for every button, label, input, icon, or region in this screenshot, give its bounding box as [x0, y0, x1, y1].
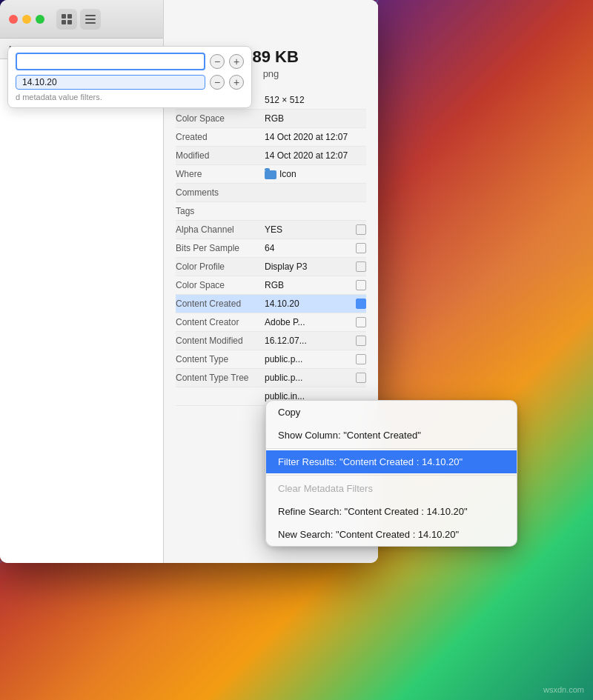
metadata-value: Adobe P... — [265, 317, 356, 327]
context-menu-item: Clear Metadata Filters — [266, 477, 517, 500]
metadata-row: Content Modified16.12.07... — [176, 332, 366, 350]
metadata-label: Modified — [176, 150, 265, 161]
metadata-checkbox[interactable] — [356, 354, 366, 364]
metadata-value: 64 — [265, 243, 356, 253]
metadata-label: Content Type — [176, 354, 265, 364]
metadata-value: RGB — [265, 280, 356, 290]
metadata-label: Content Created — [176, 299, 265, 309]
context-menu-item[interactable]: Refine Search: "Content Created : 14.10.… — [266, 500, 517, 523]
metadata-value: Display P3 — [265, 261, 356, 272]
context-menu-item[interactable]: Show Column: "Content Created" — [266, 424, 517, 447]
metadata-label: Comments — [176, 187, 265, 198]
filter-hint: d metadata value filters. — [16, 93, 244, 101]
filter-plus-button[interactable]: + — [229, 54, 244, 69]
metadata-label: Content Type Tree — [176, 373, 265, 383]
metadata-label: Color Space — [176, 113, 265, 124]
metadata-value: RGB — [265, 113, 366, 124]
grid-icon — [61, 13, 73, 25]
metadata-list: Dimensions512 × 512Color SpaceRGBCreated… — [176, 91, 366, 406]
folder-icon — [265, 170, 276, 179]
metadata-value: 14 Oct 2020 at 12:07 — [265, 132, 366, 142]
metadata-row: Content Type Treepublic.p... — [176, 369, 366, 387]
filter-tag[interactable]: 14.10.20 — [16, 75, 205, 90]
filter-input[interactable] — [16, 53, 205, 70]
filter-minus-button[interactable]: − — [210, 54, 225, 69]
svg-rect-5 — [85, 15, 96, 16]
filter-tag-plus-button[interactable]: + — [229, 75, 244, 90]
context-menu-divider — [266, 475, 517, 476]
close-button[interactable] — [9, 15, 18, 24]
metadata-label: Where — [176, 169, 265, 179]
context-menu: CopyShow Column: "Content Created"Filter… — [265, 400, 517, 547]
metadata-label: Content Creator — [176, 317, 265, 327]
watermark: wsxdn.com — [543, 685, 584, 694]
metadata-row: Content Typepublic.p... — [176, 350, 366, 369]
metadata-value: 512 × 512 — [265, 95, 366, 105]
metadata-row: WhereIcon — [176, 165, 366, 184]
metadata-value: 16.12.07... — [265, 336, 356, 346]
metadata-value: public.p... — [265, 354, 356, 364]
svg-rect-1 — [62, 14, 66, 19]
svg-rect-4 — [67, 20, 72, 24]
metadata-label: Created — [176, 132, 265, 142]
svg-rect-7 — [85, 22, 96, 24]
svg-rect-6 — [85, 19, 96, 20]
metadata-label: Color Space — [176, 280, 265, 290]
metadata-label: Alpha Channel — [176, 224, 265, 235]
metadata-value: 14 Oct 2020 at 12:07 — [265, 150, 366, 161]
metadata-value: public.p... — [265, 373, 356, 383]
metadata-checkbox[interactable] — [356, 280, 366, 290]
metadata-checkbox[interactable] — [356, 261, 366, 272]
svg-rect-2 — [67, 14, 72, 19]
minimize-button[interactable] — [22, 15, 31, 24]
metadata-row: Color SpaceRGB — [176, 110, 366, 128]
metadata-row: Content Created14.10.20 — [176, 295, 366, 313]
grid-view-button[interactable] — [56, 9, 77, 30]
metadata-label: Content Modified — [176, 336, 265, 346]
list-icon — [85, 13, 96, 25]
metadata-checkbox[interactable] — [356, 299, 366, 309]
zoom-button[interactable] — [36, 15, 44, 24]
metadata-row: Content CreatorAdobe P... — [176, 313, 366, 332]
metadata-checkbox[interactable] — [356, 373, 366, 383]
metadata-row: Color ProfileDisplay P3 — [176, 258, 366, 276]
metadata-value: 14.10.20 — [265, 299, 356, 309]
metadata-label: Tags — [176, 206, 265, 216]
context-menu-item[interactable]: Filter Results: "Content Created : 14.10… — [266, 450, 517, 473]
metadata-label: Color Profile — [176, 261, 265, 272]
metadata-row: Modified14 Oct 2020 at 12:07 — [176, 147, 366, 165]
metadata-value: Icon — [265, 169, 366, 179]
metadata-checkbox[interactable] — [356, 317, 366, 327]
context-menu-divider — [266, 448, 517, 449]
metadata-label: Bits Per Sample — [176, 243, 265, 253]
metadata-row: Comments — [176, 184, 366, 202]
metadata-row: Bits Per Sample64 — [176, 239, 366, 258]
list-view-button[interactable] — [80, 9, 101, 30]
metadata-value: YES — [265, 224, 356, 235]
metadata-row: Alpha ChannelYES — [176, 221, 366, 239]
metadata-checkbox[interactable] — [356, 336, 366, 346]
context-menu-item[interactable]: Copy — [266, 401, 517, 424]
metadata-row: Created14 Oct 2020 at 12:07 — [176, 128, 366, 147]
metadata-row: Tags — [176, 202, 366, 221]
metadata-checkbox[interactable] — [356, 224, 366, 235]
filter-bar: − + 14.10.20 − + d metadata value filter… — [7, 46, 252, 108]
main-list: Name — [0, 39, 165, 563]
svg-rect-3 — [62, 20, 66, 24]
metadata-row: Color SpaceRGB — [176, 276, 366, 295]
metadata-checkbox[interactable] — [356, 243, 366, 253]
filter-tag-minus-button[interactable]: − — [210, 75, 225, 90]
context-menu-item[interactable]: New Search: "Content Created : 14.10.20" — [266, 523, 517, 546]
